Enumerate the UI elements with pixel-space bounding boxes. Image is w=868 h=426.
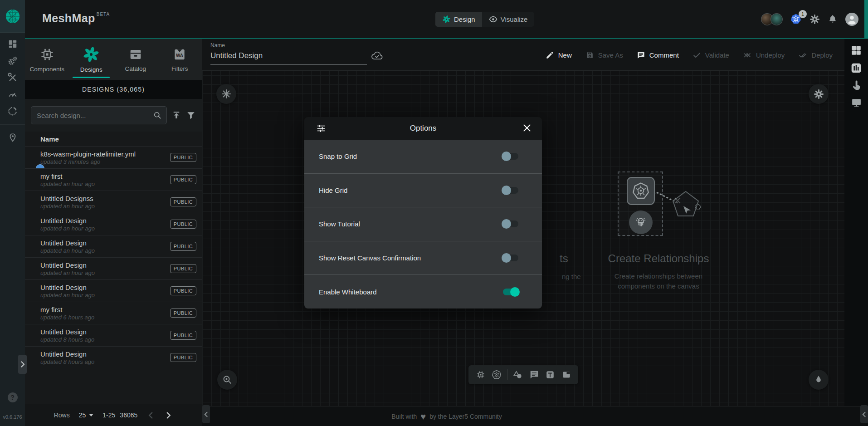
location-pin-icon[interactable] <box>8 133 18 143</box>
dashboard-charts-button[interactable] <box>850 62 862 74</box>
dock-components-button[interactable] <box>475 369 487 381</box>
right-tool-rail <box>844 39 868 406</box>
canvas-settings-button[interactable] <box>809 84 829 104</box>
occluded-hint-title-fragment: ts <box>560 252 568 265</box>
topbar: MeshMapBETA Design Visualize 1 <box>25 0 868 38</box>
notifications-bell-button[interactable] <box>828 14 838 24</box>
design-list: k8s-wasm-plugin-ratelimiter.ymlupdated 3… <box>25 146 202 368</box>
zoom-in-button[interactable] <box>217 370 237 390</box>
canvas-toolbar: New Save As Comment Validate Undeploy <box>546 39 833 71</box>
wasm-filters-icon: WA <box>172 47 187 62</box>
options-modal-body: Snap to Grid Hide Grid Show Tutorial Sho… <box>304 140 542 308</box>
tab-catalog[interactable]: Catalog <box>113 39 158 80</box>
tab-filters[interactable]: WA Filters <box>158 39 202 80</box>
layer5-mesh-icon <box>5 9 20 24</box>
kubernetes-context-button[interactable]: 1 <box>790 13 802 25</box>
heart-icon: ♥ <box>420 412 426 421</box>
chevron-right-icon <box>20 361 25 367</box>
collaborator-avatars[interactable] <box>761 13 783 25</box>
undeploy-button[interactable]: Undeploy <box>743 51 785 59</box>
validate-button[interactable]: Validate <box>692 51 729 59</box>
settings-gear-button[interactable] <box>809 14 820 25</box>
snap-to-grid-toggle[interactable] <box>503 153 518 160</box>
hide-grid-toggle[interactable] <box>503 187 518 194</box>
mode-design-button[interactable]: Design <box>435 12 482 27</box>
show-tutorial-toggle[interactable] <box>503 220 518 227</box>
dashboard-icon[interactable] <box>8 39 18 49</box>
help-button[interactable]: ? <box>8 392 18 402</box>
dock-shapes-button[interactable] <box>512 369 524 381</box>
ink-spray-icon <box>814 375 824 385</box>
design-row[interactable]: my firstupdated 6 hours ago PUBLIC <box>25 302 202 324</box>
lifecycle-gears-icon[interactable] <box>8 56 18 66</box>
floppy-save-icon <box>585 51 594 59</box>
performance-gauge-icon[interactable] <box>8 89 18 99</box>
design-row[interactable]: k8s-wasm-plugin-ratelimiter.ymlupdated 3… <box>25 146 202 168</box>
design-row[interactable]: Untitled Designupdated an hour ago PUBLI… <box>25 257 202 279</box>
design-row[interactable]: my firstupdated an hour ago PUBLIC <box>25 168 202 191</box>
dock-kubernetes-button[interactable] <box>491 369 502 381</box>
rows-label: Rows <box>54 411 70 419</box>
new-design-button[interactable]: New <box>546 51 572 59</box>
dock-comment-button[interactable] <box>528 369 540 381</box>
svg-text:WA: WA <box>176 53 183 58</box>
list-column-header: Name <box>25 132 202 146</box>
rail-expand-handle[interactable] <box>18 355 27 374</box>
hint-meshery-node <box>629 211 653 234</box>
collapse-right-panel-handle[interactable] <box>860 405 868 423</box>
page-range: 1-25 36065 <box>102 411 137 419</box>
monitor-icon <box>851 97 862 108</box>
whiteboard-pen-button[interactable] <box>809 370 829 390</box>
user-avatar-button[interactable] <box>845 12 859 26</box>
kubernetes-quick-action-button[interactable] <box>216 84 236 104</box>
design-row[interactable]: Untitled Designupdated an hour ago PUBLI… <box>25 213 202 235</box>
filter-funnel-button[interactable] <box>186 110 196 120</box>
layer5-logo[interactable] <box>0 0 25 33</box>
deploy-button[interactable]: Deploy <box>798 51 833 59</box>
search-icon <box>153 111 162 120</box>
views-grid-button[interactable] <box>850 44 862 56</box>
next-page-button[interactable] <box>164 412 173 419</box>
tab-components[interactable]: Components <box>25 39 69 80</box>
designs-panel: Components Designs Catalog WA Filters DE… <box>25 39 202 426</box>
dock-text-button[interactable] <box>544 369 556 381</box>
dock-media-button[interactable] <box>561 369 572 381</box>
display-monitor-button[interactable] <box>851 97 862 108</box>
footer-text-prefix: Built with <box>391 413 417 420</box>
design-name-input[interactable] <box>210 49 367 65</box>
design-row[interactable]: Untitled Designupdated 8 hours ago PUBLI… <box>25 346 202 368</box>
prev-page-button[interactable] <box>146 412 155 419</box>
service-mesh-icon[interactable] <box>8 106 18 116</box>
collapse-left-panel-handle[interactable] <box>202 405 210 423</box>
tab-designs[interactable]: Designs <box>69 39 114 80</box>
chevron-right-icon <box>166 412 171 419</box>
chevron-left-icon <box>862 411 866 417</box>
import-design-button[interactable] <box>171 110 181 120</box>
close-modal-button[interactable] <box>522 123 532 133</box>
comment-button[interactable]: Comment <box>637 51 679 59</box>
show-reset-canvas-confirmation-toggle[interactable] <box>503 255 518 261</box>
save-as-button[interactable]: Save As <box>585 51 623 59</box>
interaction-hand-button[interactable] <box>851 80 862 91</box>
tab-label: Components <box>29 66 64 73</box>
rows-per-page-select[interactable]: 25 <box>79 411 94 419</box>
mode-visualize-button[interactable]: Visualize <box>482 12 535 27</box>
toolbox-icon[interactable] <box>8 73 18 83</box>
design-row[interactable]: Untitled Designssupdated an hour ago PUB… <box>25 191 202 213</box>
collaborator-avatar[interactable] <box>770 13 783 25</box>
app-version: v0.6.176 <box>0 414 25 420</box>
enable-whiteboard-toggle[interactable] <box>503 289 518 295</box>
designs-swirl-icon <box>83 46 99 63</box>
header-accent-line <box>25 38 868 39</box>
touch-hand-icon <box>851 80 862 91</box>
sliders-tune-icon <box>316 123 326 133</box>
canvas-header: Name New Save As Comment <box>202 39 844 71</box>
four-squares-icon <box>850 44 862 56</box>
design-row[interactable]: Untitled Designupdated an hour ago PUBLI… <box>25 279 202 302</box>
design-row[interactable]: Untitled Designupdated 8 hours ago PUBLI… <box>25 324 202 346</box>
visibility-badge: PUBLIC <box>170 197 196 206</box>
design-row[interactable]: Untitled Designupdated an hour ago PUBLI… <box>25 235 202 257</box>
dock-divider <box>507 369 507 380</box>
search-input[interactable] <box>37 112 153 119</box>
pencil-icon <box>546 51 554 59</box>
